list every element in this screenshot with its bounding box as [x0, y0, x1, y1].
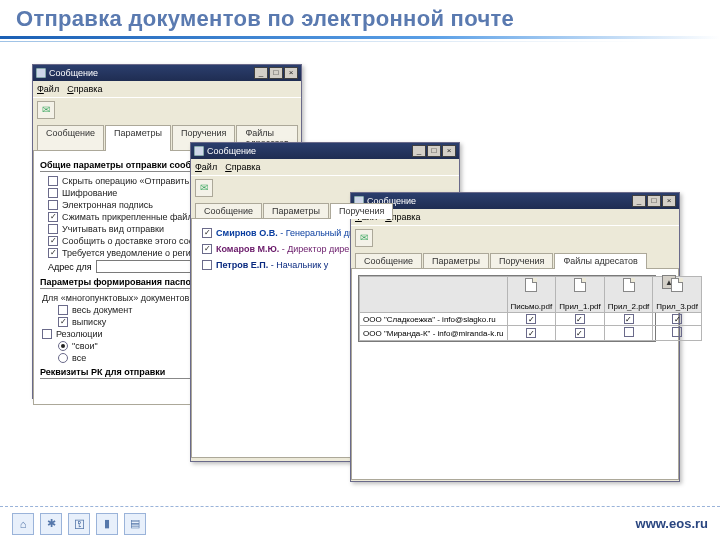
cell-checkbox[interactable]: ✓: [672, 314, 682, 324]
option-label: Электронная подпись: [62, 200, 153, 210]
cell-checkbox[interactable]: ✓: [526, 314, 536, 324]
checkbox[interactable]: ✓: [48, 212, 58, 222]
tab-assignments[interactable]: Поручения: [490, 253, 553, 269]
checkbox[interactable]: [48, 224, 58, 234]
radio[interactable]: [58, 353, 68, 363]
maximize-button[interactable]: □: [647, 195, 661, 207]
option-label: весь документ: [72, 305, 132, 315]
label-resolutions: Резолюции: [56, 329, 102, 339]
tab-assignments[interactable]: Поручения: [330, 203, 393, 219]
page-title: Отправка документов по электронной почте: [0, 0, 720, 36]
cell-checkbox[interactable]: ✓: [575, 314, 585, 324]
tab-files[interactable]: Файлы адресатов: [554, 253, 646, 269]
title-accent: [0, 36, 720, 39]
checkbox[interactable]: ✓: [48, 248, 58, 258]
table-row: ООО "Миранда-К" - info@miranda-k.ru✓✓: [360, 326, 702, 341]
tab-message[interactable]: Сообщение: [355, 253, 422, 269]
minimize-button[interactable]: _: [632, 195, 646, 207]
checkbox[interactable]: ✓: [202, 228, 212, 238]
file-icon: [525, 278, 537, 292]
titlebar[interactable]: Сообщение _ □ ×: [33, 65, 301, 81]
assignee-text: Комаров М.Ю. - Директор дире: [216, 244, 349, 254]
checkbox[interactable]: ✓: [48, 236, 58, 246]
footer-url: www.eos.ru: [636, 516, 708, 531]
menubar: Файл Справка: [33, 81, 301, 97]
menubar: Файл Справка: [191, 159, 459, 175]
cell-checkbox[interactable]: ✓: [624, 314, 634, 324]
close-button[interactable]: ×: [442, 145, 456, 157]
cell-checkbox[interactable]: [624, 327, 634, 337]
tabbar: Сообщение Параметры Поручения Файлы адре…: [351, 249, 679, 268]
col-header: Письмо.pdf: [507, 277, 556, 313]
col-header: Прил_2.pdf: [604, 277, 653, 313]
footer-icon-network: ✱: [40, 513, 62, 535]
addr-label: Адрес для: [48, 262, 92, 272]
checkbox[interactable]: [48, 188, 58, 198]
table-row: ООО "Сладкоежка" - info@slagko.ru✓✓✓✓: [360, 313, 702, 326]
titlebar[interactable]: Сообщение _ □ ×: [351, 193, 679, 209]
minimize-button[interactable]: _: [412, 145, 426, 157]
tab-params[interactable]: Параметры: [105, 125, 171, 151]
footer: ⌂ ✱ ⚿ ▮ ▤ www.eos.ru: [0, 506, 720, 540]
files-grid: Письмо.pdfПрил_1.pdfПрил_2.pdfПрил_3.pdf…: [358, 275, 656, 342]
workspace: Сообщение _ □ × Файл Справка ✉ Сообщение…: [0, 42, 720, 502]
checkbox[interactable]: [48, 200, 58, 210]
cell-checkbox[interactable]: [672, 327, 682, 337]
minimize-button[interactable]: _: [254, 67, 268, 79]
footer-icon-doc: ▤: [124, 513, 146, 535]
menubar: Файл Справка: [351, 209, 679, 225]
addr-cell: ООО "Сладкоежка" - info@slagko.ru: [360, 313, 508, 326]
close-button[interactable]: ×: [662, 195, 676, 207]
checkbox[interactable]: [58, 305, 68, 315]
tab-params[interactable]: Параметры: [423, 253, 489, 269]
checkbox[interactable]: [48, 176, 58, 186]
option-label: выписку: [72, 317, 106, 327]
toolbar: ✉: [33, 97, 301, 121]
footer-icon-key: ⚿: [68, 513, 90, 535]
tab-message[interactable]: Сообщение: [37, 125, 104, 151]
close-button[interactable]: ×: [284, 67, 298, 79]
col-header: Прил_1.pdf: [556, 277, 605, 313]
menu-file[interactable]: Файл: [195, 162, 217, 172]
option-label: "свои": [72, 341, 98, 351]
assignee-text: Смирнов О.В. - Генеральный дирек: [216, 228, 368, 238]
app-icon: [194, 146, 204, 156]
menu-help[interactable]: Справка: [225, 162, 260, 172]
tab-params[interactable]: Параметры: [263, 203, 329, 219]
app-icon: [36, 68, 46, 78]
cell-checkbox[interactable]: ✓: [575, 328, 585, 338]
checkbox[interactable]: [202, 260, 212, 270]
footer-icon-card: ▮: [96, 513, 118, 535]
option-label: Шифрование: [62, 188, 117, 198]
footer-icon-home: ⌂: [12, 513, 34, 535]
maximize-button[interactable]: □: [427, 145, 441, 157]
window-title: Сообщение: [49, 68, 98, 78]
file-icon: [574, 278, 586, 292]
send-button[interactable]: ✉: [355, 229, 373, 247]
option-label: все: [72, 353, 86, 363]
checkbox[interactable]: ✓: [202, 244, 212, 254]
titlebar[interactable]: Сообщение _ □ ×: [191, 143, 459, 159]
chk-resolutions[interactable]: [42, 329, 52, 339]
assignee-text: Петров Е.П. - Начальник у: [216, 260, 328, 270]
file-icon: [671, 278, 683, 292]
window-title: Сообщение: [207, 146, 256, 156]
send-button[interactable]: ✉: [37, 101, 55, 119]
cell-checkbox[interactable]: ✓: [526, 328, 536, 338]
option-label: Сжимать прикрепленные файлы: [62, 212, 199, 222]
maximize-button[interactable]: □: [269, 67, 283, 79]
menu-help[interactable]: Справка: [67, 84, 102, 94]
option-label: Учитывать вид отправки: [62, 224, 164, 234]
toolbar: ✉: [351, 225, 679, 249]
tab-message[interactable]: Сообщение: [195, 203, 262, 219]
radio[interactable]: [58, 341, 68, 351]
checkbox[interactable]: ✓: [58, 317, 68, 327]
window-files: Сообщение _ □ × Файл Справка ✉ Сообщение…: [350, 192, 680, 482]
send-button[interactable]: ✉: [195, 179, 213, 197]
addr-cell: ООО "Миранда-К" - info@miranda-k.ru: [360, 326, 508, 341]
file-icon: [623, 278, 635, 292]
col-header: Прил_3.pdf: [653, 277, 702, 313]
menu-file[interactable]: Файл: [37, 84, 59, 94]
tab-body-files: ▲ Письмо.pdfПрил_1.pdfПрил_2.pdfПрил_3.p…: [351, 268, 679, 480]
